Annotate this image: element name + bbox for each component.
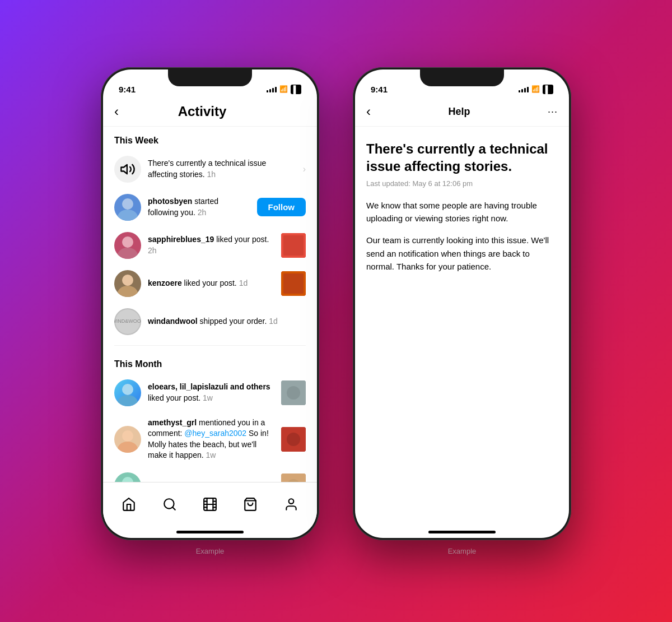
svg-point-16	[287, 386, 300, 400]
follow-item[interactable]: photosbyen started following you. 2h Fol…	[103, 188, 317, 226]
svg-point-36	[288, 499, 293, 504]
svg-point-18	[118, 442, 138, 453]
svg-rect-10	[283, 273, 304, 294]
help-body: We know that some people are having trou…	[366, 199, 558, 273]
tab-shop[interactable]	[238, 492, 263, 517]
svg-point-13	[122, 384, 133, 395]
alert-item[interactable]: There's currently a technical issue affe…	[103, 150, 317, 188]
like-action-2: liked your post.	[184, 278, 237, 287]
group-like-username: eloears, lil_lapislazuli and others	[148, 382, 270, 391]
mention-tag: @hey_sarah2002	[184, 429, 246, 438]
mention-thumb	[281, 427, 306, 452]
group-like-text: eloears, lil_lapislazuli and others like…	[148, 382, 274, 403]
group-like-thumb	[281, 380, 306, 405]
help-para-1: We know that some people are having trou…	[366, 199, 558, 225]
help-updated: Last updated: May 6 at 12:06 pm	[366, 179, 558, 188]
tab-profile[interactable]	[279, 492, 304, 517]
tab-reels[interactable]	[198, 492, 222, 517]
divider-1	[114, 345, 306, 346]
signal-bar-4	[275, 87, 277, 92]
svg-point-3	[122, 236, 133, 248]
signal-icon	[267, 86, 277, 92]
signal-bar-r3	[524, 88, 526, 92]
svg-text:WIND&WOOL: WIND&WOOL	[114, 318, 141, 324]
nav-bar-help: ‹ Help ···	[355, 98, 569, 127]
status-icons-left: 📶 ▌	[267, 85, 301, 94]
svg-point-8	[118, 286, 138, 297]
battery-icon: ▌	[291, 85, 301, 94]
follow-button[interactable]: Follow	[257, 198, 306, 216]
svg-point-1	[122, 198, 133, 210]
phone-right: 9:41 📶 ▌ ‹	[353, 67, 571, 540]
notch-right	[420, 69, 504, 86]
back-chevron-left: ‹	[114, 104, 119, 119]
more-button[interactable]: ···	[548, 106, 558, 118]
svg-point-4	[118, 248, 138, 259]
signal-bar-3	[272, 88, 274, 92]
amethyst-avatar	[114, 426, 141, 453]
alert-chevron: ›	[303, 164, 306, 174]
status-icons-right: 📶 ▌	[519, 85, 553, 94]
mention-username: amethyst_grl	[148, 418, 197, 427]
svg-marker-0	[121, 164, 127, 173]
svg-point-17	[122, 430, 133, 442]
sapphireblues-avatar	[114, 232, 141, 259]
signal-icon-right	[519, 86, 529, 92]
group-like-action: liked your post.	[148, 393, 200, 402]
alert-avatar	[114, 156, 141, 183]
follow-username: photosbyen	[148, 197, 192, 206]
phone-right-wrapper: 9:41 📶 ▌ ‹	[353, 67, 571, 555]
svg-point-7	[122, 275, 133, 286]
time-left: 9:41	[119, 85, 136, 94]
tab-bar	[103, 482, 317, 527]
battery-icon-right: ▌	[543, 85, 553, 94]
svg-point-2	[118, 210, 138, 221]
phone-right-inner: 9:41 📶 ▌ ‹	[355, 69, 569, 538]
wifi-icon-right: 📶	[531, 85, 540, 93]
order-username: windandwool	[148, 317, 198, 326]
example-label-left: Example	[196, 547, 225, 555]
follow-text: photosbyen started following you. 2h	[148, 196, 250, 218]
home-indicator-right	[428, 531, 496, 533]
activity-content[interactable]: This Week There's currently a technical …	[103, 127, 317, 482]
order-item[interactable]: WIND&WOOL windandwool shipped your order…	[103, 303, 317, 341]
back-button-activity[interactable]: ‹	[114, 104, 119, 119]
svg-point-14	[118, 395, 138, 406]
phone-left: 9:41 📶 ▌ ‹	[101, 67, 319, 540]
like-username-1: sapphireblues_19	[148, 235, 214, 244]
help-nav-title: Help	[448, 106, 470, 118]
order-text: windandwool shipped your order. 1d	[148, 316, 306, 327]
example-label-right: Example	[448, 547, 477, 555]
signal-bar-1	[267, 90, 268, 92]
like-username-2: kenzoere	[148, 278, 182, 287]
like-thumb-3	[281, 474, 306, 482]
time-right: 9:41	[371, 85, 388, 94]
signal-bar-r2	[521, 89, 523, 92]
group-like-time: 1w	[203, 393, 213, 402]
svg-point-21	[122, 477, 133, 482]
tab-home[interactable]	[116, 492, 141, 517]
like-item-2[interactable]: kenzoere liked your post. 1d	[103, 264, 317, 303]
section-this-week: This Week	[103, 127, 317, 150]
mention-item[interactable]: amethyst_grl mentioned you in a comment:…	[103, 412, 317, 467]
photosbyen-avatar	[114, 194, 141, 221]
lofti-avatar	[114, 472, 141, 482]
help-content-scroll[interactable]: There's currently a technical issue affe…	[355, 127, 569, 527]
like-item-1[interactable]: sapphireblues_19 liked your post. 2h	[103, 226, 317, 264]
like-time-1: 2h	[148, 246, 157, 255]
group-like-item[interactable]: eloears, lil_lapislazuli and others like…	[103, 374, 317, 412]
signal-bar-2	[269, 89, 271, 92]
like-item-3[interactable]: lofti232 liked your post. 1w	[103, 467, 317, 482]
home-indicator-left	[176, 531, 244, 533]
signal-bar-r4	[527, 87, 529, 92]
tab-search[interactable]	[157, 492, 182, 517]
order-time: 1d	[269, 317, 278, 326]
order-action: shipped your order.	[200, 317, 267, 326]
phones-container: 9:41 📶 ▌ ‹	[101, 67, 571, 555]
back-button-help[interactable]: ‹	[366, 104, 371, 119]
kenzoere-avatar	[114, 270, 141, 297]
mention-text: amethyst_grl mentioned you in a comment:…	[148, 417, 274, 461]
like-thumb-1	[281, 233, 306, 258]
svg-line-26	[172, 507, 175, 510]
like-text-2: kenzoere liked your post. 1d	[148, 278, 274, 289]
